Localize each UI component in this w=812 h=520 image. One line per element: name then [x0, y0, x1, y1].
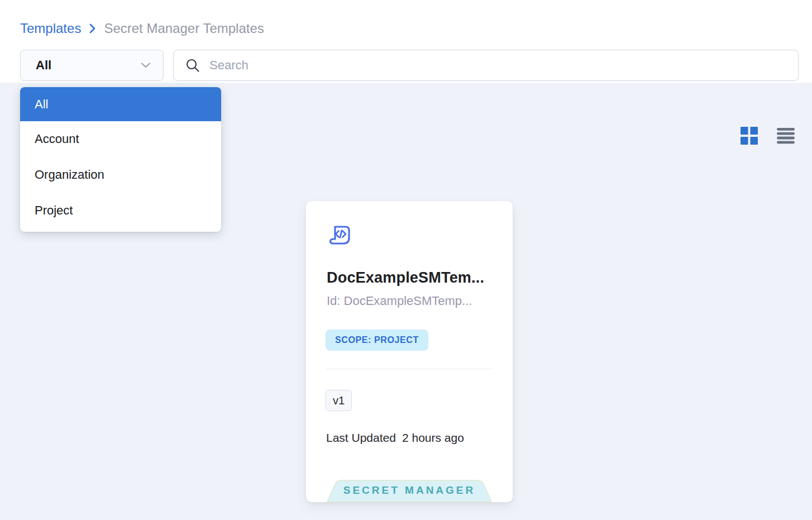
menu-option-organization[interactable]: Organization — [20, 157, 221, 193]
template-title: DocExampleSMTem... — [327, 269, 494, 287]
menu-option-account[interactable]: Account — [20, 121, 221, 157]
breadcrumb: Templates Secret Manager Templates — [20, 19, 264, 38]
chevron-down-icon — [141, 63, 151, 68]
version-chip: v1 — [326, 390, 352, 411]
search-bar — [173, 50, 799, 81]
template-id: Id: DocExampleSMTemp... — [327, 294, 494, 308]
search-icon — [185, 58, 200, 73]
card-divider — [326, 369, 493, 369]
scope-filter-dropdown[interactable]: All — [20, 50, 164, 81]
view-toggle — [741, 127, 795, 145]
menu-option-all[interactable]: All — [20, 87, 221, 121]
breadcrumb-templates-link[interactable]: Templates — [20, 21, 81, 36]
scope-filter-menu: All Account Organization Project — [20, 87, 221, 232]
last-updated-value: 2 hours ago — [402, 431, 464, 445]
scope-badge: SCOPE: PROJECT — [326, 330, 428, 351]
template-card[interactable]: DocExampleSMTem... Id: DocExampleSMTemp.… — [306, 201, 513, 502]
module-ribbon: SECRET MANAGER — [323, 480, 496, 502]
breadcrumb-current: Secret Manager Templates — [104, 21, 264, 36]
search-input[interactable] — [209, 58, 787, 73]
template-script-icon — [327, 225, 353, 250]
list-view-icon[interactable] — [777, 127, 795, 144]
chevron-right-icon — [89, 23, 96, 34]
last-updated-label: Last Updated — [326, 431, 396, 445]
module-ribbon-label: SECRET MANAGER — [323, 480, 496, 502]
menu-option-project[interactable]: Project — [20, 193, 221, 228]
scope-filter-selected-value: All — [36, 58, 51, 73]
last-updated: Last Updated 2 hours ago — [326, 431, 464, 445]
grid-view-icon[interactable] — [741, 127, 758, 145]
